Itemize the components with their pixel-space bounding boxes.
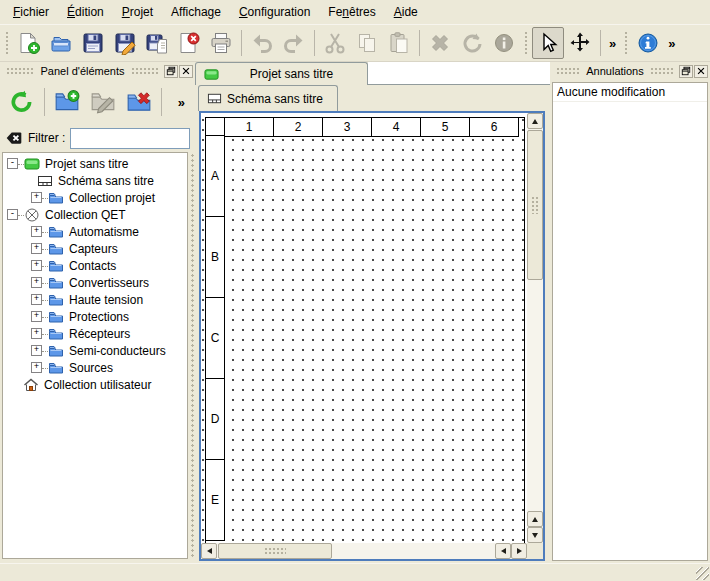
paste-icon: [387, 31, 411, 55]
column-header: 5: [420, 117, 470, 137]
panel-toolbar-overflow-button[interactable]: »: [178, 95, 191, 110]
filter-input[interactable]: [70, 128, 190, 149]
tree-item-label: Schéma sans titre: [53, 174, 154, 188]
toolbar-overflow-button-2[interactable]: »: [664, 36, 679, 51]
info-gray-icon: [492, 31, 516, 55]
about-info-button[interactable]: [632, 27, 664, 59]
collections-tree: -Projet sans titreSchéma sans titre+Coll…: [2, 152, 188, 559]
delete-category-button[interactable]: [121, 84, 157, 120]
rotate-icon: [460, 31, 484, 55]
tree-toggle[interactable]: +: [31, 328, 42, 339]
tree-toggle[interactable]: +: [31, 311, 42, 322]
resize-grip[interactable]: [696, 567, 709, 580]
clear-filter-icon[interactable]: [5, 129, 23, 147]
pan-mode-button[interactable]: [564, 27, 596, 59]
delete-button[interactable]: [424, 27, 456, 59]
menu-fenetres[interactable]: Fenêtres: [319, 1, 384, 23]
scrollbar-corner: [527, 543, 543, 559]
schema-canvas[interactable]: 123456 ABCDE: [201, 113, 527, 543]
cut-button[interactable]: [319, 27, 351, 59]
rotate-button[interactable]: [456, 27, 488, 59]
menu-aide[interactable]: Aide: [385, 1, 427, 23]
menu-fichier[interactable]: Fichier: [4, 1, 58, 23]
toolbar-grip[interactable]: [523, 30, 529, 56]
tree-item-schema-sans-titre[interactable]: Schéma sans titre: [3, 172, 187, 189]
new-document-button[interactable]: [13, 27, 45, 59]
tree-item-sources[interactable]: +Sources: [3, 359, 187, 376]
save-as-icon: [113, 31, 137, 55]
tree-item-convertisseurs[interactable]: +Convertisseurs: [3, 274, 187, 291]
vertical-scroll-thumb[interactable]: [527, 130, 543, 280]
tree-item-projet-sans-titre[interactable]: -Projet sans titre: [3, 155, 187, 172]
tree-item-contacts[interactable]: +Contacts: [3, 257, 187, 274]
tree-item-semi-conducteurs[interactable]: +Semi-conducteurs: [3, 342, 187, 359]
tree-toggle[interactable]: +: [31, 345, 42, 356]
toolbar-grip[interactable]: [4, 30, 10, 56]
dock-float-button[interactable]: [679, 65, 693, 78]
scroll-up-button-2[interactable]: [527, 511, 543, 527]
save-as-button[interactable]: [109, 27, 141, 59]
tree-item-automatisme[interactable]: +Automatisme: [3, 223, 187, 240]
panel-splitter[interactable]: [189, 152, 194, 558]
toolbar-grip[interactable]: [623, 30, 629, 56]
dock-close-button[interactable]: [694, 65, 708, 78]
tree-toggle[interactable]: +: [31, 294, 42, 305]
dock-grip[interactable]: [131, 67, 159, 75]
dock-close-button[interactable]: [179, 65, 193, 78]
doc-new-icon: [17, 31, 41, 55]
tree-toggle[interactable]: +: [31, 226, 42, 237]
tab-schema-sans-titre[interactable]: Schéma sans titre: [198, 85, 338, 111]
undo-button[interactable]: [246, 27, 278, 59]
tree-item-collection-projet[interactable]: +Collection projet: [3, 189, 187, 206]
tree-toggle[interactable]: +: [31, 277, 42, 288]
scroll-left-button[interactable]: [201, 543, 217, 559]
scroll-left-button-2[interactable]: [495, 543, 511, 559]
reload-collections-button[interactable]: [4, 84, 40, 120]
folder-blue-icon: [48, 292, 64, 308]
copy-button[interactable]: [351, 27, 383, 59]
redo-button[interactable]: [278, 27, 310, 59]
element-info-button[interactable]: [488, 27, 520, 59]
menu-configuration[interactable]: Configuration: [230, 1, 319, 23]
tab-projet-sans-titre[interactable]: Projet sans titre: [195, 62, 368, 85]
tree-toggle[interactable]: -: [7, 158, 18, 169]
tree-toggle[interactable]: -: [7, 209, 18, 220]
scroll-down-button[interactable]: [527, 527, 543, 543]
scroll-up-button[interactable]: [527, 113, 543, 129]
vertical-scrollbar[interactable]: [527, 113, 543, 543]
tree-toggle[interactable]: +: [31, 362, 42, 373]
dock-grip[interactable]: [650, 67, 674, 75]
open-document-button[interactable]: [45, 27, 77, 59]
tree-item-protections[interactable]: +Protections: [3, 308, 187, 325]
cut-icon: [323, 31, 347, 55]
print-button[interactable]: [205, 27, 237, 59]
close-document-button[interactable]: [173, 27, 205, 59]
tree-item-capteurs[interactable]: +Capteurs: [3, 240, 187, 257]
menu-edition[interactable]: Édition: [58, 1, 113, 23]
tree-item-collection-qet[interactable]: -Collection QET: [3, 206, 187, 223]
menu-projet[interactable]: Projet: [113, 1, 162, 23]
tree-item-recepteurs[interactable]: +Récepteurs: [3, 325, 187, 342]
scroll-right-button[interactable]: [511, 543, 527, 559]
dock-grip[interactable]: [556, 67, 580, 75]
tree-item-haute-tension[interactable]: +Haute tension: [3, 291, 187, 308]
save-all-button[interactable]: [141, 27, 173, 59]
close-icon: [181, 66, 191, 76]
menu-affichage[interactable]: Affichage: [162, 1, 230, 23]
edit-category-button[interactable]: [85, 84, 121, 120]
toolbar-overflow-button[interactable]: »: [605, 36, 620, 51]
delete-x-icon: [428, 31, 452, 55]
paste-button[interactable]: [383, 27, 415, 59]
dock-grip[interactable]: [6, 67, 34, 75]
save-button[interactable]: [77, 27, 109, 59]
tree-toggle[interactable]: +: [31, 192, 42, 203]
horizontal-scrollbar[interactable]: [201, 543, 527, 559]
select-mode-button[interactable]: [532, 27, 564, 59]
new-category-button[interactable]: [49, 84, 85, 120]
tree-toggle[interactable]: +: [31, 260, 42, 271]
tree-toggle[interactable]: +: [31, 243, 42, 254]
dock-float-button[interactable]: [164, 65, 178, 78]
restore-icon: [166, 66, 176, 76]
tree-item-collection-utilisateur[interactable]: Collection utilisateur: [3, 376, 187, 393]
horizontal-scroll-thumb[interactable]: [218, 543, 332, 559]
